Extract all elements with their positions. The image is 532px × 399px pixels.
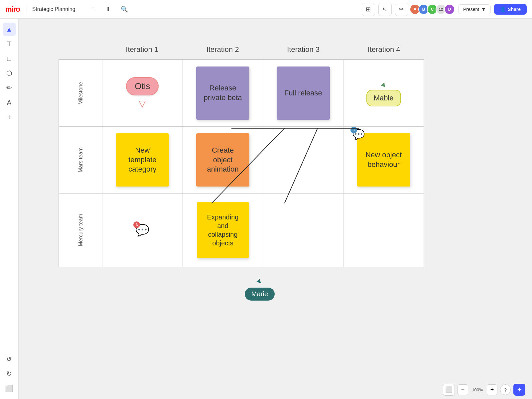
magic-button[interactable]: ✦ [513,384,525,396]
export-button[interactable]: ⬆ [102,3,114,15]
miro-logo: miro [5,5,20,14]
marie-cursor-icon: ▲ [254,276,265,288]
panel-toggle[interactable]: ⬜ [3,382,16,395]
zoom-in-button[interactable]: + [487,384,497,395]
mable-area: ▲ Mable [366,80,401,106]
comment-badge-mars: 3 💬 [352,129,365,140]
redo-button[interactable]: ↻ [3,367,16,380]
panel-button[interactable]: ⬜ [443,384,455,396]
cell-mercury-4[interactable] [343,194,424,267]
expanding-collapsing-sticky[interactable]: Expanding and collapsing objects [197,202,249,258]
mable-cursor-row: ▲ [380,80,387,88]
pen-tool[interactable]: ✏ [3,81,16,94]
cell-mercury-1[interactable]: 3 💬 [102,194,183,267]
canvas[interactable]: Iteration 1 Iteration 2 Iteration 3 Iter… [19,19,532,399]
zoom-out-button[interactable]: − [458,384,468,395]
create-object-animation-sticky[interactable]: Create object animation [196,133,249,187]
add-tool[interactable]: + [3,110,16,124]
otis-arrow: ▽ [139,98,146,109]
cell-milestone-2[interactable]: Release private beta [183,60,263,126]
sticky-tool[interactable]: □ [3,52,16,65]
divider-1 [27,5,27,13]
search-button[interactable]: 🔍 [118,3,130,15]
cell-milestone-3[interactable]: Full release [263,60,344,126]
zoom-level: 100% [471,387,484,392]
board-grid: Milestone Otis ▽ Release private beta Fu… [59,59,424,267]
avatar-4: D [444,4,455,15]
cell-mars-4[interactable]: 3 💬 New object behaviour [343,127,424,193]
divider-2 [81,5,81,13]
cell-milestone-1[interactable]: Otis ▽ [102,60,183,126]
cell-mercury-3[interactable] [263,194,344,267]
iteration-1-header: Iteration 1 [102,45,183,59]
left-toolbar: ▲ T □ ⬡ ✏ A + ↺ ↻ ⬜ [0,19,19,399]
iteration-2-header: Iteration 2 [183,45,263,59]
cell-mercury-2[interactable]: Expanding and collapsing objects [183,194,263,267]
mable-bubble[interactable]: Mable [366,90,401,106]
comment-badge-mercury-wrapper: 3 💬 [135,223,149,237]
pen-button[interactable]: ✏ [395,3,408,16]
apps-button[interactable]: ⊞ [362,3,375,16]
cell-mars-3[interactable] [263,127,344,193]
avatar-group: A B C 12 D [412,4,455,15]
text-large-tool[interactable]: A [3,96,16,109]
iteration-3-header: Iteration 3 [263,45,344,59]
mable-cursor-icon: ▲ [379,79,388,89]
row-milestone: Milestone Otis ▽ Release private beta Fu… [59,60,424,127]
new-template-category-sticky[interactable]: New template category [116,133,169,187]
label-mars: Mars team [59,127,102,193]
cell-mars-2[interactable]: Create object animation [183,127,263,193]
board: Iteration 1 Iteration 2 Iteration 3 Iter… [59,45,424,267]
cell-milestone-4[interactable]: ▲ Mable [343,60,424,126]
label-milestone: Milestone [59,60,102,126]
otis-badge[interactable]: Otis [126,77,159,95]
label-mercury: Mercury team [59,194,102,267]
full-release-sticky[interactable]: Full release [277,66,330,120]
board-title[interactable]: Strategic Planning [32,6,75,12]
menu-button[interactable]: ≡ [86,3,98,15]
header: miro Strategic Planning ≡ ⬆ 🔍 ⊞ ↖ ✏ A B … [0,0,532,19]
new-object-behaviour-sticky[interactable]: New object behaviour [357,133,410,187]
header-right: ⊞ ↖ ✏ A B C 12 D Present ▼ 👤 Share [362,3,527,16]
help-button[interactable]: ? [500,384,511,395]
cursor-button[interactable]: ↖ [378,3,392,16]
cell-mars-1[interactable]: New template category [102,127,183,193]
text-tool[interactable]: T [3,37,16,51]
share-button[interactable]: 👤 Share [494,4,527,15]
new-object-behaviour-wrapper: 3 💬 New object behaviour [357,133,410,187]
marie-bubble: Marie [245,288,275,301]
iteration-4-header: Iteration 4 [344,45,425,59]
shapes-tool[interactable]: ⬡ [3,66,16,80]
undo-button[interactable]: ↺ [3,352,16,366]
release-private-beta-sticky[interactable]: Release private beta [196,66,249,120]
bottom-bar: ⬜ − 100% + ? ✦ [37,380,532,399]
iteration-headers: Iteration 1 Iteration 2 Iteration 3 Iter… [102,45,424,59]
select-tool[interactable]: ▲ [3,23,16,36]
row-mercury: Mercury team 3 💬 Expanding and collapsin… [59,194,424,267]
row-mars: Mars team New template category Create o… [59,127,424,194]
marie-cursor-area: ▲ Marie [245,278,275,301]
present-button[interactable]: Present ▼ [458,4,491,14]
